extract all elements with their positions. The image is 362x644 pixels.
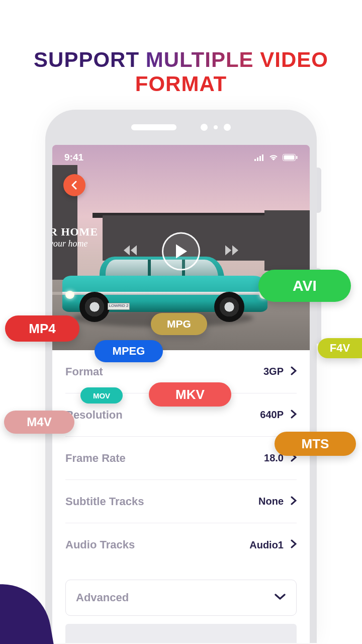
license-plate: LOWRID 2 <box>108 303 130 310</box>
play-icon <box>174 244 188 260</box>
format-pill-mov: MOV <box>80 387 123 404</box>
advanced-toggle[interactable]: Advanced <box>65 580 297 616</box>
battery-icon <box>283 154 298 161</box>
sensor-dot <box>214 125 218 129</box>
format-pill-m4v: M4V <box>4 411 74 434</box>
format-pill-mpeg: MPEG <box>95 340 163 362</box>
billboard-sign: R HOME your home <box>52 225 115 249</box>
camera-dot <box>224 124 231 131</box>
chevron-right-icon <box>291 496 297 507</box>
chevron-right-icon <box>291 410 297 421</box>
subtitle-row[interactable]: Subtitle Tracks None <box>65 480 297 523</box>
setting-value: 3GP <box>263 366 284 377</box>
format-pill-mts: MTS <box>275 432 356 456</box>
svg-rect-1 <box>257 157 258 161</box>
format-pill-mkv: MKV <box>149 382 231 407</box>
chevron-right-icon <box>291 539 297 550</box>
format-pill-avi: AVI <box>258 270 351 302</box>
svg-rect-2 <box>259 156 261 161</box>
phone-frame: R HOME your home LOWRID 2 9:41 <box>45 110 317 643</box>
setting-value: None <box>258 496 284 507</box>
setting-label: Subtitle Tracks <box>65 495 144 508</box>
camera-dot <box>201 124 208 131</box>
play-controls <box>123 232 239 271</box>
setting-value: Audio1 <box>249 539 284 551</box>
headline-part1: SUPPORT <box>34 48 146 71</box>
setting-label: Format <box>65 365 103 378</box>
forward-button[interactable] <box>224 245 239 259</box>
setting-label: Audio Tracks <box>65 538 135 551</box>
svg-rect-0 <box>254 159 256 161</box>
wifi-icon <box>268 154 279 161</box>
phone-side-button <box>317 168 321 213</box>
audio-row[interactable]: Audio Tracks Audio1 <box>65 523 297 567</box>
status-time: 9:41 <box>64 152 83 163</box>
back-button[interactable] <box>63 174 85 196</box>
status-bar: 9:41 <box>52 152 310 163</box>
svg-rect-3 <box>262 154 263 161</box>
signal-icon <box>254 154 264 161</box>
play-button[interactable] <box>162 232 200 271</box>
chevron-right-icon <box>291 366 297 377</box>
format-pill-f4v: F4V <box>318 338 362 358</box>
headline-part2: MULTIPLE <box>146 48 260 71</box>
setting-value: 640P <box>260 409 284 421</box>
chevron-down-icon <box>274 593 286 602</box>
format-pill-mp4: MP4 <box>5 315 79 342</box>
speaker-slot <box>131 124 176 130</box>
framerate-row[interactable]: Frame Rate 18.0 <box>65 437 297 480</box>
svg-rect-5 <box>284 155 295 160</box>
chevron-left-icon <box>70 181 78 190</box>
advanced-label: Advanced <box>76 591 129 604</box>
bottom-panel <box>65 624 297 643</box>
setting-label: Frame Rate <box>65 452 126 465</box>
svg-rect-6 <box>296 156 298 159</box>
rewind-button[interactable] <box>123 245 138 259</box>
format-pill-mpg: MPG <box>151 313 207 335</box>
phone-notch <box>45 110 317 145</box>
headline: SUPPORT MULTIPLE VIDEO FORMAT <box>0 0 362 96</box>
